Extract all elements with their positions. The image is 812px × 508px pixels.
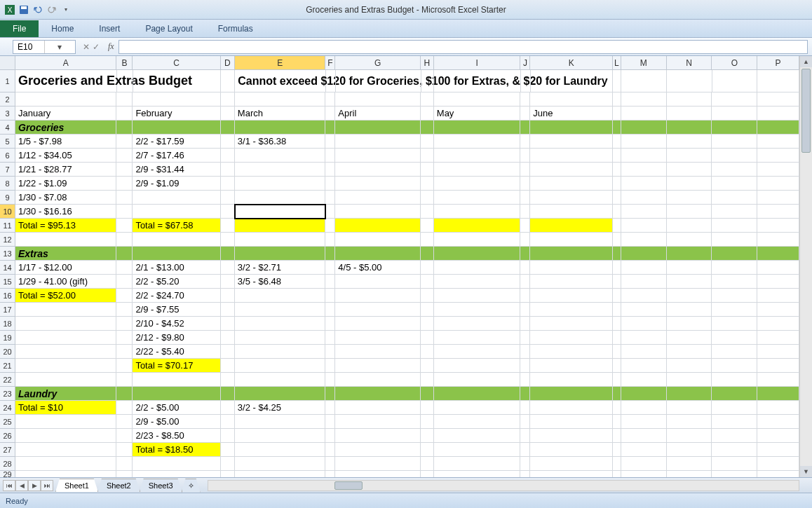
cell-M26[interactable]: [621, 429, 667, 443]
cell-O24[interactable]: [712, 401, 757, 415]
cell-N27[interactable]: [667, 443, 712, 457]
cell-J13[interactable]: [520, 247, 530, 261]
cell-J17[interactable]: [520, 303, 530, 317]
cell-L15[interactable]: [613, 275, 621, 289]
cell-B27[interactable]: [116, 443, 133, 457]
cell-H14[interactable]: [421, 261, 434, 275]
cell-L8[interactable]: [613, 177, 621, 191]
cell-K26[interactable]: [530, 429, 613, 443]
cell-D3[interactable]: [221, 107, 235, 121]
cell-A11[interactable]: Total = $95.13: [15, 219, 116, 233]
cell-C28[interactable]: [133, 457, 221, 471]
cell-K18[interactable]: [530, 317, 613, 331]
cell-F7[interactable]: [325, 163, 335, 177]
cell-G25[interactable]: [335, 415, 421, 429]
cell-F18[interactable]: [325, 317, 335, 331]
cell-I27[interactable]: [434, 443, 521, 457]
cell-D26[interactable]: [221, 429, 235, 443]
cell-H11[interactable]: [421, 219, 434, 233]
cell-E2[interactable]: [235, 92, 326, 107]
cell-I5[interactable]: [434, 135, 521, 149]
cell-F6[interactable]: [325, 149, 335, 163]
new-sheet-icon[interactable]: ✧: [182, 479, 201, 493]
cell-J9[interactable]: [520, 191, 530, 205]
row-header-7[interactable]: 7: [0, 163, 15, 177]
cell-L22[interactable]: [613, 373, 621, 387]
cell-O20[interactable]: [712, 345, 757, 359]
cell-B5[interactable]: [116, 135, 133, 149]
cell-H8[interactable]: [421, 177, 434, 191]
cell-D29[interactable]: [221, 471, 235, 477]
cell-C29[interactable]: [133, 471, 221, 477]
cell-M16[interactable]: [621, 289, 667, 303]
cell-K4[interactable]: [530, 121, 613, 135]
cell-J22[interactable]: [520, 373, 530, 387]
cell-C12[interactable]: [133, 233, 221, 247]
cell-H28[interactable]: [421, 457, 434, 471]
cell-B17[interactable]: [116, 303, 133, 317]
cell-E24[interactable]: 3/2 - $4.25: [235, 401, 326, 415]
cell-B14[interactable]: [116, 261, 133, 275]
cell-K12[interactable]: [530, 233, 613, 247]
cell-B20[interactable]: [116, 345, 133, 359]
cell-G27[interactable]: [335, 443, 421, 457]
col-header-A[interactable]: A: [15, 56, 116, 70]
cell-N21[interactable]: [667, 359, 712, 373]
cell-C18[interactable]: 2/10 - $4.52: [133, 317, 221, 331]
cell-P10[interactable]: [757, 205, 799, 219]
row-header-11[interactable]: 11: [0, 219, 15, 233]
cell-G11[interactable]: [335, 219, 421, 233]
sheet-tab-1[interactable]: Sheet1: [55, 479, 98, 492]
cell-L4[interactable]: [613, 121, 621, 135]
cell-N3[interactable]: [667, 107, 712, 121]
cell-O28[interactable]: [712, 457, 757, 471]
vertical-scrollbar[interactable]: ▲ ▼: [799, 56, 812, 477]
cell-F25[interactable]: [325, 415, 335, 429]
cell-G21[interactable]: [335, 359, 421, 373]
cell-J4[interactable]: [520, 121, 530, 135]
col-header-P[interactable]: P: [757, 56, 799, 70]
cell-C9[interactable]: [133, 191, 221, 205]
cell-E28[interactable]: [235, 457, 326, 471]
cell-H5[interactable]: [421, 135, 434, 149]
cell-E10[interactable]: [235, 205, 326, 219]
cell-A15[interactable]: 1/29 - 41.00 (gift): [15, 275, 116, 289]
cell-F2[interactable]: [325, 92, 335, 107]
cell-N2[interactable]: [667, 92, 712, 107]
cell-M2[interactable]: [621, 92, 667, 107]
cell-G15[interactable]: [335, 275, 421, 289]
cell-M28[interactable]: [621, 457, 667, 471]
cell-P11[interactable]: [757, 219, 799, 233]
cell-D24[interactable]: [221, 401, 235, 415]
cell-P4[interactable]: [757, 121, 799, 135]
cell-E9[interactable]: [235, 191, 326, 205]
cell-O13[interactable]: [712, 247, 757, 261]
cell-P25[interactable]: [757, 415, 799, 429]
qat-dropdown-icon[interactable]: ▾: [60, 4, 72, 15]
select-all-corner[interactable]: [0, 56, 15, 70]
cell-N1[interactable]: [667, 70, 712, 92]
cell-E4[interactable]: [235, 121, 326, 135]
cell-O21[interactable]: [712, 359, 757, 373]
cell-M15[interactable]: [621, 275, 667, 289]
cell-L21[interactable]: [613, 359, 621, 373]
cell-A7[interactable]: 1/21 - $28.77: [15, 163, 116, 177]
col-header-H[interactable]: H: [421, 56, 434, 70]
cell-G12[interactable]: [335, 233, 421, 247]
cell-I12[interactable]: [434, 233, 521, 247]
col-header-K[interactable]: K: [530, 56, 613, 70]
cell-B2[interactable]: [116, 92, 133, 107]
cell-E12[interactable]: [235, 233, 326, 247]
cell-K3[interactable]: June: [530, 107, 613, 121]
cell-P24[interactable]: [757, 401, 799, 415]
sheet-nav-next-icon[interactable]: ▶: [28, 480, 41, 491]
row-header-14[interactable]: 14: [0, 261, 15, 275]
tab-home[interactable]: Home: [39, 20, 86, 37]
cell-A9[interactable]: 1/30 - $7.08: [15, 191, 116, 205]
cell-C24[interactable]: 2/2 - $5.00: [133, 401, 221, 415]
cell-B11[interactable]: [116, 219, 133, 233]
cell-H13[interactable]: [421, 247, 434, 261]
cell-K9[interactable]: [530, 191, 613, 205]
cell-N7[interactable]: [667, 163, 712, 177]
cell-G16[interactable]: [335, 289, 421, 303]
